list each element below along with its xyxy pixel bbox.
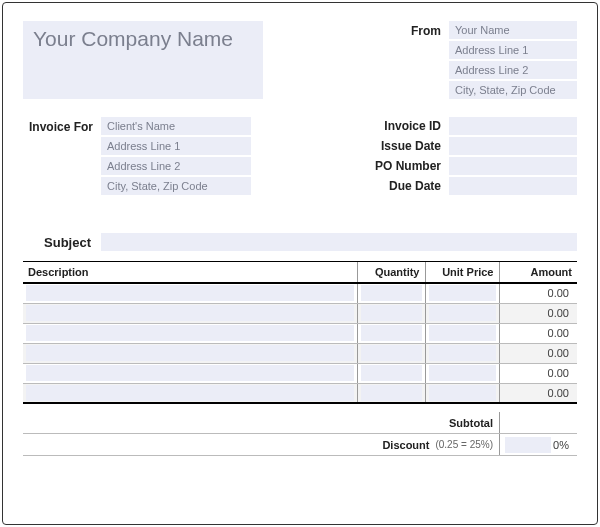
table-row: 0.00 (23, 363, 577, 383)
from-name-field[interactable]: Your Name (449, 21, 577, 39)
table-row: 0.00 (23, 283, 577, 303)
unit-price-field[interactable] (429, 365, 496, 381)
col-amount: Amount (499, 262, 577, 284)
subject-field[interactable] (101, 233, 577, 251)
issue-date-label: Issue Date (367, 137, 449, 155)
amount-cell: 0.00 (499, 383, 577, 403)
subject-label: Subject (23, 235, 101, 250)
from-city-field[interactable]: City, State, Zip Code (449, 81, 577, 99)
meta-labels: Invoice ID Issue Date PO Number Due Date (367, 117, 449, 195)
from-fields: Your Name Address Line 1 Address Line 2 … (449, 21, 577, 99)
amount-cell: 0.00 (499, 283, 577, 303)
description-field[interactable] (26, 345, 354, 361)
quantity-field[interactable] (361, 365, 422, 381)
quantity-field[interactable] (361, 385, 422, 401)
discount-value-wrap: 0% (499, 434, 577, 455)
discount-label: Discount (382, 439, 435, 451)
unit-price-field[interactable] (429, 325, 496, 341)
meta-block: Invoice ID Issue Date PO Number Due Date (367, 117, 577, 195)
client-city-field[interactable]: City, State, Zip Code (101, 177, 251, 195)
from-block: From Your Name Address Line 1 Address Li… (403, 21, 577, 99)
amount-cell: 0.00 (499, 363, 577, 383)
description-field[interactable] (26, 365, 354, 381)
discount-pct: 0% (553, 439, 569, 451)
discount-row: Discount (0.25 = 25%) 0% (23, 434, 577, 456)
due-date-field[interactable] (449, 177, 577, 195)
col-unit-price: Unit Price (425, 262, 499, 284)
totals-block: Subtotal Discount (0.25 = 25%) 0% (23, 412, 577, 456)
unit-price-field[interactable] (429, 385, 496, 401)
table-row: 0.00 (23, 383, 577, 403)
unit-price-field[interactable] (429, 285, 496, 301)
from-address2-field[interactable]: Address Line 2 (449, 61, 577, 79)
table-row: 0.00 (23, 323, 577, 343)
mid-row: Invoice For Client's Name Address Line 1… (23, 117, 577, 195)
subject-row: Subject (23, 233, 577, 251)
client-name-field[interactable]: Client's Name (101, 117, 251, 135)
description-field[interactable] (26, 385, 354, 401)
from-label: From (403, 21, 449, 99)
discount-hint: (0.25 = 25%) (435, 439, 499, 450)
client-address2-field[interactable]: Address Line 2 (101, 157, 251, 175)
issue-date-field[interactable] (449, 137, 577, 155)
unit-price-field[interactable] (429, 345, 496, 361)
discount-field[interactable] (505, 437, 551, 453)
invoice-id-label: Invoice ID (367, 117, 449, 135)
description-field[interactable] (26, 325, 354, 341)
quantity-field[interactable] (361, 345, 422, 361)
client-address1-field[interactable]: Address Line 1 (101, 137, 251, 155)
description-field[interactable] (26, 305, 354, 321)
header-row: Your Company Name From Your Name Address… (23, 21, 577, 99)
invoice-id-field[interactable] (449, 117, 577, 135)
quantity-field[interactable] (361, 325, 422, 341)
col-description: Description (23, 262, 357, 284)
invoice-for-fields: Client's Name Address Line 1 Address Lin… (101, 117, 251, 195)
meta-fields (449, 117, 577, 195)
table-row: 0.00 (23, 343, 577, 363)
amount-cell: 0.00 (499, 323, 577, 343)
invoice-for-block: Invoice For Client's Name Address Line 1… (23, 117, 251, 195)
subtotal-label: Subtotal (449, 417, 499, 429)
subtotal-row: Subtotal (23, 412, 577, 434)
invoice-page: Your Company Name From Your Name Address… (2, 2, 598, 525)
quantity-field[interactable] (361, 285, 422, 301)
table-row: 0.00 (23, 303, 577, 323)
unit-price-field[interactable] (429, 305, 496, 321)
description-field[interactable] (26, 285, 354, 301)
quantity-field[interactable] (361, 305, 422, 321)
col-quantity: Quantity (357, 262, 425, 284)
amount-cell: 0.00 (499, 303, 577, 323)
po-number-field[interactable] (449, 157, 577, 175)
from-address1-field[interactable]: Address Line 1 (449, 41, 577, 59)
due-date-label: Due Date (367, 177, 449, 195)
amount-cell: 0.00 (499, 343, 577, 363)
line-items-table: Description Quantity Unit Price Amount 0… (23, 261, 577, 404)
po-number-label: PO Number (367, 157, 449, 175)
invoice-for-label: Invoice For (23, 117, 101, 195)
subtotal-value (499, 412, 577, 433)
company-name-field[interactable]: Your Company Name (23, 21, 263, 99)
